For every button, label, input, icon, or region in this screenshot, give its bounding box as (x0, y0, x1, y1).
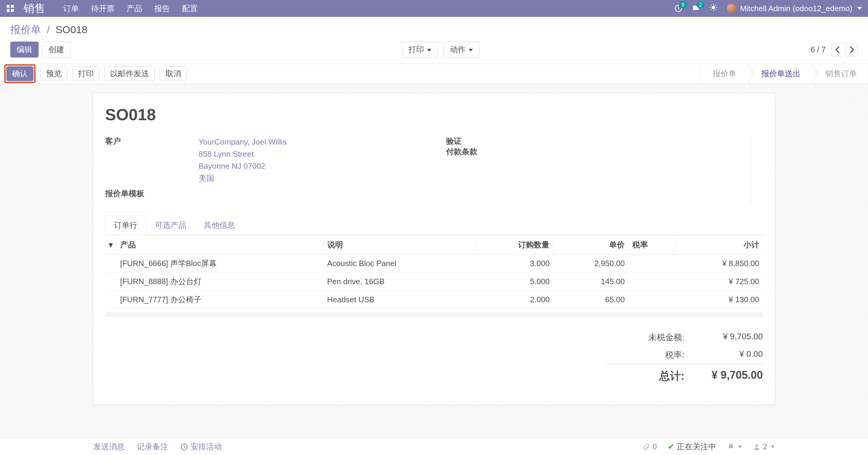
totals-divider (105, 313, 763, 317)
create-button[interactable]: 创建 (42, 41, 70, 58)
th-tax[interactable]: 税率 (628, 235, 675, 255)
customer-line2: 858 Lynn Street (198, 148, 287, 160)
cell-subtotal: ¥ 8,850.00 (675, 255, 763, 273)
customer-line3: Bayonne NJ 07002 (198, 160, 287, 172)
customer-address[interactable]: YourCompany, Joel Willis 858 Lynn Street… (198, 136, 287, 184)
caret-down-icon (857, 7, 862, 10)
order-lines-table: ▾ 产品 说明 订购数量 单价 税率 小计 [FURN_6666] 声学Bloc… (105, 235, 763, 309)
following-label: 正在关注中 (677, 442, 716, 452)
preview-button[interactable]: 预览 (40, 66, 67, 81)
top-navbar: 销售 订单 待开票 产品 报告 配置 9 2 Mitchell Admin (o… (0, 0, 868, 17)
cell-qty: 3.000 (476, 255, 553, 273)
cancel-button[interactable]: 取消 (160, 66, 187, 81)
schedule-activity-label: 安排活动 (190, 442, 222, 452)
customer-line4: 美国 (198, 172, 287, 184)
th-description[interactable]: 说明 (323, 235, 476, 255)
debug-icon[interactable] (709, 3, 718, 14)
caret-down-icon (738, 446, 742, 448)
nav-right: 9 2 Mitchell Admin (odoo12_edemo) (674, 3, 862, 14)
control-panel: 报价单 / SO018 编辑 创建 打印 动作 6 / 7 (0, 17, 868, 64)
nav-menu-products[interactable]: 产品 (127, 3, 142, 14)
user-menu[interactable]: Mitchell Admin (odoo12_edemo) (727, 4, 862, 13)
table-row[interactable]: [FURN_8888] 办公台灯Pen drive, 16GB5.000145.… (105, 273, 763, 291)
table-row[interactable]: [FURN_7777] 办公椅子Headset USB2.00065.00¥ 1… (105, 291, 763, 309)
untaxed-label: 未税金额: (606, 332, 696, 343)
attachment-count: 0 (652, 442, 657, 451)
cell-description: Pen drive, 16GB (323, 273, 476, 291)
log-note-button[interactable]: 记录备注 (137, 442, 168, 452)
table-toggle[interactable]: ▾ (105, 235, 117, 255)
following-button[interactable]: ✔ 正在关注中 (668, 442, 716, 452)
customer-line1: YourCompany, Joel Willis (198, 136, 287, 148)
cell-price: 2,950.00 (553, 255, 628, 273)
confirm-highlight: 确认 (4, 64, 36, 83)
send-message-button[interactable]: 发送消息 (93, 442, 125, 452)
vertical-divider (750, 136, 751, 203)
schedule-activity-button[interactable]: 安排活动 (180, 442, 222, 452)
confirm-button[interactable]: 确认 (6, 66, 33, 81)
cell-tax (628, 291, 675, 309)
followers-icon[interactable]: 2 (753, 442, 775, 451)
cell-subtotal: ¥ 130.00 (675, 291, 763, 309)
form-sheet: SO018 客户 YourCompany, Joel Willis 858 Ly… (93, 93, 775, 405)
cell-product: [FURN_6666] 声学Bloc屏幕 (117, 255, 324, 273)
caret-down-icon (771, 446, 775, 448)
tab-other-info[interactable]: 其他信息 (195, 216, 244, 235)
breadcrumb-separator: / (47, 24, 50, 35)
pager-prev[interactable] (831, 43, 843, 56)
tax-value: ¥ 0.00 (696, 349, 763, 361)
nav-menu-config[interactable]: 配置 (182, 3, 198, 14)
table-row[interactable]: [FURN_6666] 声学Bloc屏幕Acoustic Bloc Panel3… (105, 255, 763, 273)
cell-price: 65.00 (553, 291, 628, 309)
pager-next[interactable] (846, 43, 858, 56)
cell-tax (628, 255, 675, 273)
label-validation: 验证 (446, 136, 482, 147)
nav-menu-toinvoice[interactable]: 待开票 (91, 3, 115, 14)
th-subtotal[interactable]: 小计 (675, 235, 763, 255)
attachment-icon[interactable]: 0 (642, 442, 657, 451)
nav-menu-orders[interactable]: 订单 (63, 3, 79, 14)
th-product[interactable]: 产品 (117, 235, 324, 255)
breadcrumb-root[interactable]: 报价单 (10, 24, 41, 35)
label-quote-template: 报价单模板 (105, 188, 198, 199)
tab-order-lines[interactable]: 订单行 (105, 216, 146, 235)
stage-sales-order[interactable]: 销售订单 (812, 64, 868, 84)
th-qty[interactable]: 订购数量 (476, 235, 553, 255)
svg-rect-0 (7, 5, 9, 7)
avatar (727, 4, 736, 13)
breadcrumb-current: SO018 (56, 24, 87, 35)
check-icon: ✔ (668, 442, 675, 451)
followers-count: 2 (763, 442, 767, 451)
user-name: Mitchell Admin (odoo12_edemo) (740, 4, 852, 13)
action-dropdown[interactable]: 动作 (444, 41, 479, 58)
tax-label: 税率: (606, 349, 696, 361)
pager-text[interactable]: 6 / 7 (810, 45, 826, 54)
edit-button[interactable]: 编辑 (10, 41, 38, 58)
activities-icon[interactable]: 9 (674, 4, 683, 13)
cell-price: 145.00 (553, 273, 628, 291)
send-email-button[interactable]: 以邮件发送 (104, 66, 155, 81)
page-title: SO018 (105, 105, 763, 124)
messages-icon[interactable]: 2 (692, 4, 700, 13)
tab-optional-products[interactable]: 可选产品 (146, 216, 195, 235)
th-price[interactable]: 单价 (553, 235, 628, 255)
bell-icon[interactable] (727, 443, 742, 451)
print-dropdown[interactable]: 打印 (402, 41, 438, 58)
label-payment-terms: 付款条款 (446, 147, 482, 157)
svg-rect-1 (11, 5, 13, 7)
total-label: 总计: (606, 369, 696, 384)
nav-menu-report[interactable]: 报告 (154, 3, 170, 14)
apps-icon[interactable] (6, 4, 14, 13)
app-brand[interactable]: 销售 (24, 1, 45, 16)
stage-quotation-sent[interactable]: 报价单送出 (747, 64, 812, 84)
content-wrap: SO018 客户 YourCompany, Joel Willis 858 Ly… (0, 84, 868, 455)
untaxed-value: ¥ 9,705.00 (696, 332, 763, 343)
cell-qty: 2.000 (476, 291, 553, 309)
nav-menu: 订单 待开票 产品 报告 配置 (63, 3, 198, 14)
print-button[interactable]: 打印 (72, 66, 99, 81)
totals-block: 未税金额: ¥ 9,705.00 税率: ¥ 0.00 总计: ¥ 9,705.… (105, 329, 763, 387)
svg-rect-3 (11, 9, 13, 12)
cell-description: Headset USB (323, 291, 476, 309)
svg-point-5 (712, 6, 715, 9)
stage-quotation[interactable]: 报价单 (699, 64, 747, 84)
